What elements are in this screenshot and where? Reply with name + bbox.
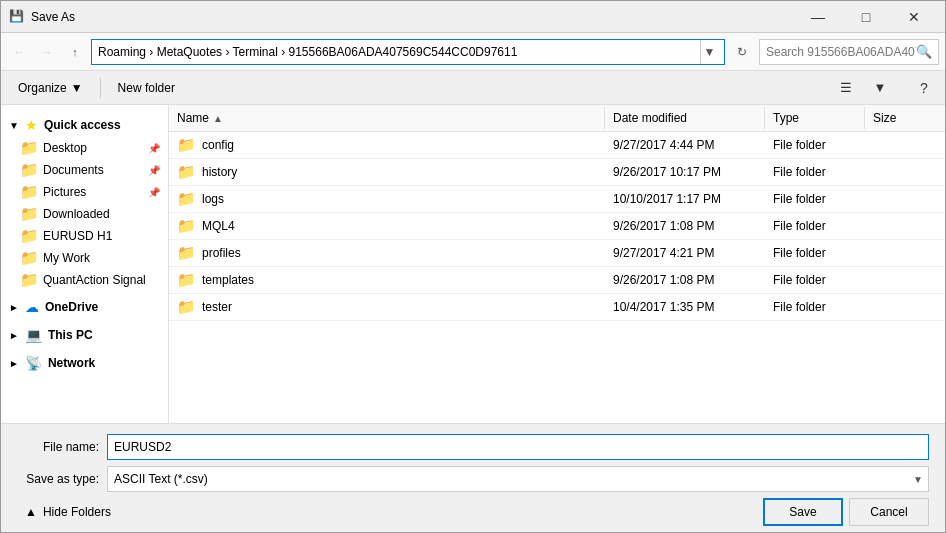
help-button[interactable]: ? bbox=[911, 75, 937, 101]
file-name: templates bbox=[202, 273, 254, 287]
onedrive-collapse-icon: ► bbox=[9, 302, 19, 313]
sidebar-header-onedrive[interactable]: ► ☁ OneDrive bbox=[1, 295, 168, 319]
sidebar-item-desktop-label: Desktop bbox=[43, 141, 142, 155]
file-cell-name: 📁 config bbox=[169, 132, 605, 158]
file-cell-size bbox=[865, 132, 945, 158]
hide-folders-button[interactable]: ▲ Hide Folders bbox=[17, 501, 119, 523]
column-header-type[interactable]: Type bbox=[765, 107, 865, 129]
back-button[interactable]: ← bbox=[7, 40, 31, 64]
organize-dropdown-icon: ▼ bbox=[71, 81, 83, 95]
save-button[interactable]: Save bbox=[763, 498, 843, 526]
quick-access-collapse-icon: ▼ bbox=[9, 120, 19, 131]
column-header-name[interactable]: Name ▲ bbox=[169, 107, 605, 129]
sidebar-item-my-work-label: My Work bbox=[43, 251, 160, 265]
address-path[interactable]: Roaming › MetaQuotes › Terminal › 915566… bbox=[91, 39, 725, 65]
save-label: Save bbox=[789, 505, 816, 519]
file-cell-type: File folder bbox=[765, 267, 865, 293]
search-box[interactable]: 🔍 bbox=[759, 39, 939, 65]
cancel-button[interactable]: Cancel bbox=[849, 498, 929, 526]
sidebar-item-quantaction-label: QuantAction Signal bbox=[43, 273, 160, 287]
folder-icon: 📁 bbox=[177, 298, 196, 316]
file-cell-name: 📁 MQL4 bbox=[169, 213, 605, 239]
table-row[interactable]: 📁 templates 9/26/2017 1:08 PM File folde… bbox=[169, 267, 945, 294]
table-row[interactable]: 📁 history 9/26/2017 10:17 PM File folder bbox=[169, 159, 945, 186]
maximize-button[interactable]: □ bbox=[843, 1, 889, 33]
network-icon: 📡 bbox=[25, 355, 42, 371]
table-row[interactable]: 📁 logs 10/10/2017 1:17 PM File folder bbox=[169, 186, 945, 213]
onedrive-icon: ☁ bbox=[25, 299, 39, 315]
buttons-row: ▲ Hide Folders Save Cancel bbox=[17, 498, 929, 526]
file-cell-type: File folder bbox=[765, 213, 865, 239]
sidebar-header-quick-access[interactable]: ▼ ★ Quick access bbox=[1, 113, 168, 137]
sidebar-section-quick-access: ▼ ★ Quick access 📁 Desktop 📌 📁 Documents bbox=[1, 113, 168, 291]
file-cell-size bbox=[865, 159, 945, 185]
file-cell-date: 10/4/2017 1:35 PM bbox=[605, 294, 765, 320]
close-button[interactable]: ✕ bbox=[891, 1, 937, 33]
sidebar-header-network[interactable]: ► 📡 Network bbox=[1, 351, 168, 375]
sidebar-item-desktop[interactable]: 📁 Desktop 📌 bbox=[1, 137, 168, 159]
sidebar-item-downloaded[interactable]: 📁 Downloaded bbox=[1, 203, 168, 225]
new-folder-button[interactable]: New folder bbox=[109, 75, 184, 101]
sidebar-section-onedrive: ► ☁ OneDrive bbox=[1, 295, 168, 319]
file-cell-type: File folder bbox=[765, 240, 865, 266]
sidebar-item-documents-label: Documents bbox=[43, 163, 142, 177]
file-list-body: 📁 config 9/27/2017 4:44 PM File folder 📁… bbox=[169, 132, 945, 423]
quick-access-icon: ★ bbox=[25, 117, 38, 133]
file-name: config bbox=[202, 138, 234, 152]
file-list: Name ▲ Date modified Type Size 📁 config bbox=[169, 105, 945, 423]
new-folder-label: New folder bbox=[118, 81, 175, 95]
table-row[interactable]: 📁 config 9/27/2017 4:44 PM File folder bbox=[169, 132, 945, 159]
toolbar-right: ☰ ▼ ? bbox=[831, 75, 937, 101]
organize-button[interactable]: Organize ▼ bbox=[9, 75, 92, 101]
sidebar-section-this-pc: ► 💻 This PC bbox=[1, 323, 168, 347]
this-pc-label: This PC bbox=[48, 328, 93, 342]
desktop-pin-icon: 📌 bbox=[148, 143, 160, 154]
file-name: history bbox=[202, 165, 237, 179]
sidebar: ▼ ★ Quick access 📁 Desktop 📌 📁 Documents bbox=[1, 105, 169, 423]
column-header-date[interactable]: Date modified bbox=[605, 107, 765, 129]
address-path-text: Roaming › MetaQuotes › Terminal › 915566… bbox=[98, 45, 700, 59]
sidebar-item-pictures[interactable]: 📁 Pictures 📌 bbox=[1, 181, 168, 203]
sidebar-item-eurusd-label: EURUSD H1 bbox=[43, 229, 160, 243]
file-cell-name: 📁 profiles bbox=[169, 240, 605, 266]
file-cell-size bbox=[865, 240, 945, 266]
column-name-label: Name bbox=[177, 111, 209, 125]
savetype-select[interactable]: ASCII Text (*.csv) bbox=[107, 466, 929, 492]
address-dropdown-button[interactable]: ▼ bbox=[700, 40, 718, 64]
forward-button[interactable]: → bbox=[35, 40, 59, 64]
search-input[interactable] bbox=[766, 45, 916, 59]
column-type-label: Type bbox=[773, 111, 799, 125]
file-cell-name: 📁 logs bbox=[169, 186, 605, 212]
minimize-button[interactable]: ― bbox=[795, 1, 841, 33]
savetype-select-wrapper: ASCII Text (*.csv) ▼ bbox=[107, 466, 929, 492]
file-cell-size bbox=[865, 267, 945, 293]
sidebar-header-this-pc[interactable]: ► 💻 This PC bbox=[1, 323, 168, 347]
documents-folder-icon: 📁 bbox=[21, 162, 37, 178]
sidebar-item-pictures-label: Pictures bbox=[43, 185, 142, 199]
file-name: logs bbox=[202, 192, 224, 206]
view-dropdown-button[interactable]: ▼ bbox=[865, 75, 895, 101]
bottom-section: File name: Save as type: ASCII Text (*.c… bbox=[1, 423, 945, 532]
table-row[interactable]: 📁 profiles 9/27/2017 4:21 PM File folder bbox=[169, 240, 945, 267]
up-button[interactable]: ↑ bbox=[63, 40, 87, 64]
file-cell-type: File folder bbox=[765, 186, 865, 212]
my-work-folder-icon: 📁 bbox=[21, 250, 37, 266]
sidebar-section-network: ► 📡 Network bbox=[1, 351, 168, 375]
downloaded-folder-icon: 📁 bbox=[21, 206, 37, 222]
network-label: Network bbox=[48, 356, 95, 370]
sidebar-item-documents[interactable]: 📁 Documents 📌 bbox=[1, 159, 168, 181]
folder-icon: 📁 bbox=[177, 190, 196, 208]
column-header-size[interactable]: Size bbox=[865, 107, 945, 129]
table-row[interactable]: 📁 tester 10/4/2017 1:35 PM File folder bbox=[169, 294, 945, 321]
onedrive-label: OneDrive bbox=[45, 300, 98, 314]
filename-input[interactable] bbox=[107, 434, 929, 460]
sidebar-item-eurusd-h1[interactable]: 📁 EURUSD H1 bbox=[1, 225, 168, 247]
sidebar-item-my-work[interactable]: 📁 My Work bbox=[1, 247, 168, 269]
file-cell-name: 📁 templates bbox=[169, 267, 605, 293]
view-button[interactable]: ☰ bbox=[831, 75, 861, 101]
sidebar-item-quantaction[interactable]: 📁 QuantAction Signal bbox=[1, 269, 168, 291]
eurusd-folder-icon: 📁 bbox=[21, 228, 37, 244]
refresh-button[interactable]: ↻ bbox=[729, 39, 755, 65]
cancel-label: Cancel bbox=[870, 505, 907, 519]
table-row[interactable]: 📁 MQL4 9/26/2017 1:08 PM File folder bbox=[169, 213, 945, 240]
